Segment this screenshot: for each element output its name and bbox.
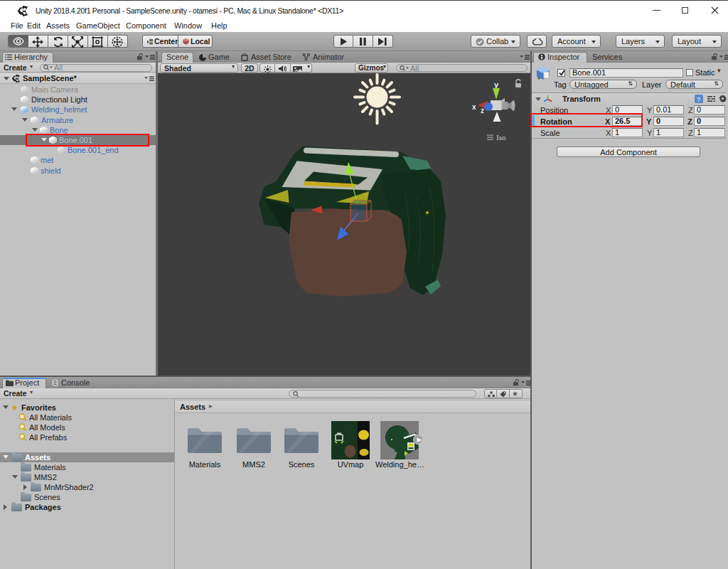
svg-text:Iso: Iso — [496, 133, 506, 142]
svg-text:z: z — [481, 107, 484, 115]
svg-text:?: ? — [697, 96, 700, 103]
svg-text:x: x — [472, 103, 476, 111]
svg-text:y: y — [494, 80, 499, 89]
